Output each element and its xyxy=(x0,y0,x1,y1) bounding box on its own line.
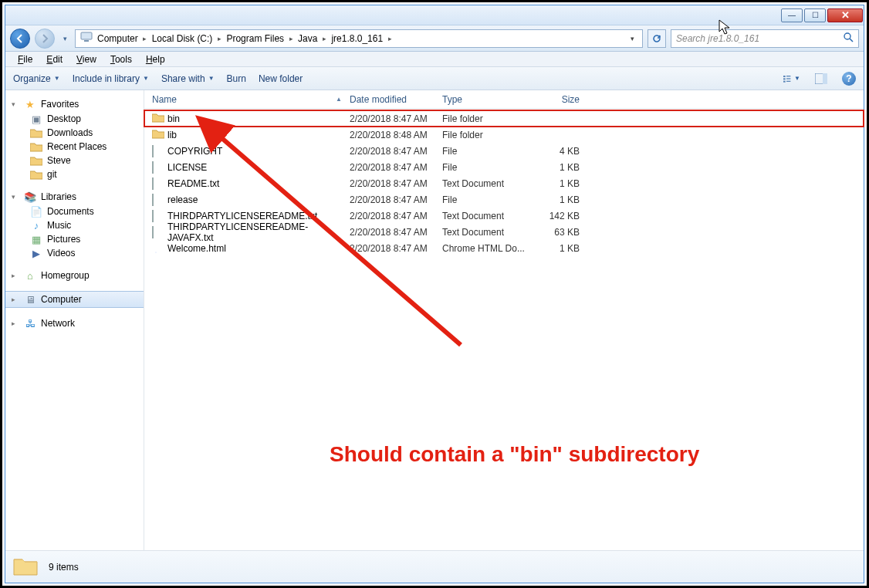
nav-steve[interactable]: Steve xyxy=(5,154,144,167)
minimize-button[interactable]: — xyxy=(781,8,803,22)
address-dropdown[interactable]: ▾ xyxy=(625,35,639,42)
annotation-text: Should contain a "bin" subdirectory xyxy=(330,442,699,467)
documents-icon: 📄 xyxy=(30,205,42,218)
column-size[interactable]: Size xyxy=(533,94,587,105)
file-row[interactable]: Welcome.html2/20/2018 8:47 AMChrome HTML… xyxy=(144,240,864,256)
nav-git[interactable]: git xyxy=(5,167,144,181)
file-type: File xyxy=(442,162,533,173)
text-icon xyxy=(152,211,167,221)
chevron-right-icon[interactable]: ▸ xyxy=(386,30,394,47)
nav-downloads[interactable]: Downloads xyxy=(5,126,144,140)
nav-network[interactable]: ▸🖧Network xyxy=(5,316,144,331)
menu-file[interactable]: File xyxy=(12,53,39,66)
expand-icon: ▸ xyxy=(12,319,19,327)
address-bar[interactable]: Computer▸ Local Disk (C:)▸ Program Files… xyxy=(75,29,643,48)
preview-pane-button[interactable] xyxy=(813,70,830,87)
file-modified: 2/20/2018 8:47 AM xyxy=(350,162,442,173)
view-options-button[interactable]: ▼ xyxy=(783,70,800,87)
file-row[interactable]: COPYRIGHT2/20/2018 8:47 AMFile4 KB xyxy=(144,143,864,159)
folder-icon xyxy=(152,128,167,141)
music-icon: ♪ xyxy=(30,219,42,231)
maximize-button[interactable]: ☐ xyxy=(804,8,826,22)
nav-homegroup[interactable]: ▸⌂Homegroup xyxy=(5,268,144,283)
crumb-3[interactable]: Java xyxy=(295,33,320,44)
crumb-4[interactable]: jre1.8.0_161 xyxy=(328,33,386,44)
file-modified: 2/20/2018 8:47 AM xyxy=(350,146,442,157)
column-date-modified[interactable]: Date modified xyxy=(350,94,442,105)
share-with-button[interactable]: Share with▼ xyxy=(161,73,215,84)
nav-libraries[interactable]: ▾📚Libraries xyxy=(5,189,144,204)
svg-rect-0 xyxy=(81,32,92,39)
nav-computer[interactable]: ▸🖥Computer xyxy=(5,291,144,308)
file-row[interactable]: LICENSE2/20/2018 8:47 AMFile1 KB xyxy=(144,159,864,175)
file-list-pane: Name▲ Date modified Type Size bin2/20/20… xyxy=(144,90,864,550)
nav-recent[interactable]: Recent Places xyxy=(5,140,144,154)
chevron-right-icon[interactable]: ▸ xyxy=(287,30,295,47)
nav-favorites[interactable]: ▾★Favorites xyxy=(5,96,144,112)
menu-tools[interactable]: Tools xyxy=(104,53,138,66)
refresh-button[interactable] xyxy=(648,29,666,48)
file-rows: bin2/20/2018 8:47 AMFile folderlib2/20/2… xyxy=(144,109,864,550)
chevron-right-icon[interactable]: ▸ xyxy=(215,30,223,47)
chevron-right-icon[interactable]: ▸ xyxy=(320,30,328,47)
column-headers: Name▲ Date modified Type Size xyxy=(144,90,864,109)
folder-icon xyxy=(30,127,42,139)
file-name: bin xyxy=(167,113,350,124)
address-row: ▾ Computer▸ Local Disk (C:)▸ Program Fil… xyxy=(5,25,864,52)
libraries-icon: 📚 xyxy=(24,191,36,203)
menu-help[interactable]: Help xyxy=(140,53,171,66)
file-type: Chrome HTML Do... xyxy=(442,243,533,254)
file-modified: 2/20/2018 8:47 AM xyxy=(350,194,442,205)
svg-line-3 xyxy=(850,39,853,42)
text-icon xyxy=(152,178,167,189)
help-button[interactable]: ? xyxy=(842,72,856,86)
nav-pictures[interactable]: ▦Pictures xyxy=(5,232,144,246)
menu-edit[interactable]: Edit xyxy=(40,53,69,66)
computer-icon xyxy=(79,32,94,45)
folder-icon xyxy=(152,112,167,125)
expand-icon: ▸ xyxy=(12,296,19,303)
include-in-library-button[interactable]: Include in library▼ xyxy=(73,73,149,84)
file-row[interactable]: release2/20/2018 8:47 AMFile1 KB xyxy=(144,191,864,208)
crumb-2[interactable]: Program Files xyxy=(223,33,287,44)
nav-documents[interactable]: 📄Documents xyxy=(5,204,144,218)
view-icon xyxy=(783,73,793,84)
svg-rect-6 xyxy=(783,80,786,82)
search-input[interactable]: Search jre1.8.0_161 xyxy=(671,29,859,48)
nav-music[interactable]: ♪Music xyxy=(5,218,144,232)
file-size: 142 KB xyxy=(533,211,587,221)
svg-rect-4 xyxy=(783,75,786,76)
new-folder-button[interactable]: New folder xyxy=(259,73,303,84)
file-size: 1 KB xyxy=(533,194,587,205)
history-dropdown[interactable]: ▾ xyxy=(59,35,70,42)
svg-rect-1 xyxy=(84,40,89,42)
menu-view[interactable]: View xyxy=(70,53,103,66)
file-row[interactable]: lib2/20/2018 8:48 AMFile folder xyxy=(144,127,864,143)
close-button[interactable]: ✕ xyxy=(827,8,863,22)
crumb-1[interactable]: Local Disk (C:) xyxy=(149,33,216,44)
file-modified: 2/20/2018 8:47 AM xyxy=(350,227,442,238)
file-name: LICENSE xyxy=(167,162,350,173)
nav-videos[interactable]: ▶Videos xyxy=(5,246,144,260)
file-type: File folder xyxy=(442,113,533,124)
file-type: File xyxy=(442,146,533,157)
status-bar: 9 items xyxy=(5,550,864,583)
organize-button[interactable]: Organize▼ xyxy=(13,73,60,84)
svg-point-2 xyxy=(844,33,850,39)
file-type: File folder xyxy=(442,130,533,140)
file-row[interactable]: README.txt2/20/2018 8:47 AMText Document… xyxy=(144,175,864,191)
file-row[interactable]: bin2/20/2018 8:47 AMFile folder xyxy=(144,110,864,127)
crumb-0[interactable]: Computer xyxy=(94,33,141,44)
forward-button[interactable] xyxy=(35,29,55,49)
svg-rect-11 xyxy=(823,73,827,84)
file-row[interactable]: THIRDPARTYLICENSEREADME-JAVAFX.txt2/20/2… xyxy=(144,224,864,240)
column-name[interactable]: Name▲ xyxy=(152,94,350,105)
file-size: 1 KB xyxy=(533,162,587,173)
chevron-right-icon[interactable]: ▸ xyxy=(141,30,149,47)
column-type[interactable]: Type xyxy=(442,94,533,105)
burn-button[interactable]: Burn xyxy=(227,73,246,84)
desktop-icon: ▣ xyxy=(30,113,42,125)
network-icon: 🖧 xyxy=(24,317,36,329)
back-button[interactable] xyxy=(10,29,30,49)
nav-desktop[interactable]: ▣Desktop xyxy=(5,112,144,126)
